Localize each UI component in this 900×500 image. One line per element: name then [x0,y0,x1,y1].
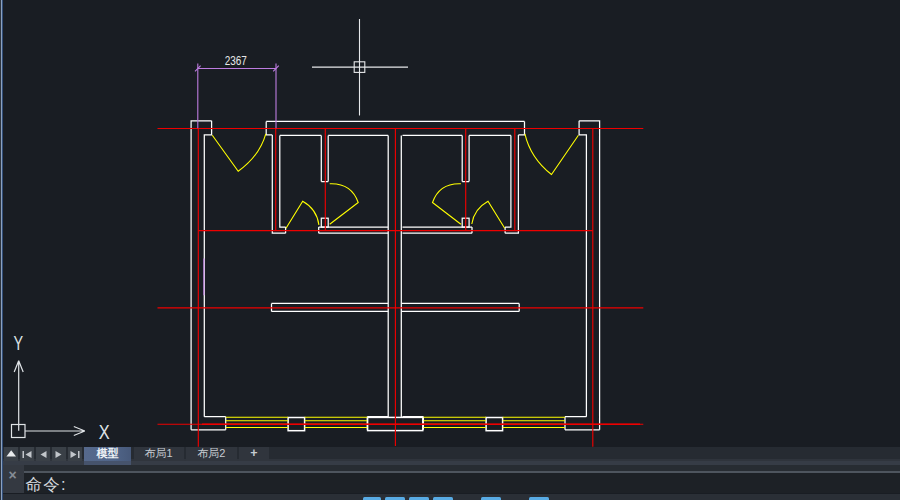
svg-text:2367: 2367 [225,53,247,68]
svg-text:Y: Y [13,332,23,355]
svg-text:X: X [99,420,110,443]
